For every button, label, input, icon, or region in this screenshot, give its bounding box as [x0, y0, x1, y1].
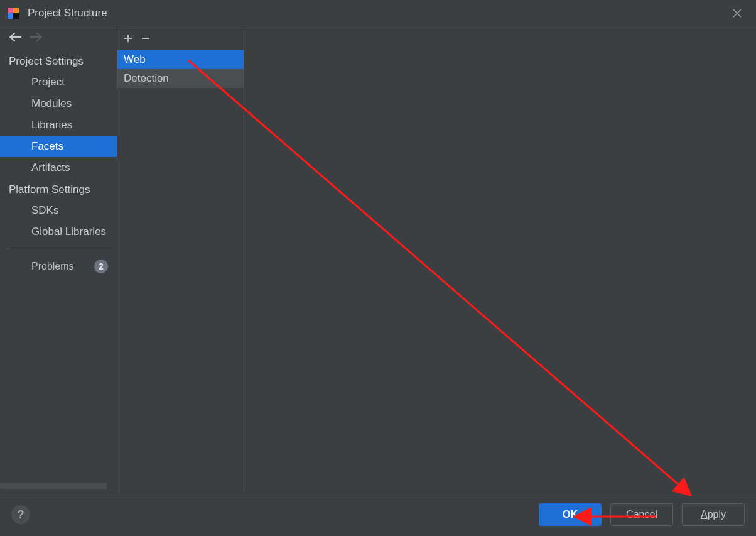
sidebar-item-problems[interactable]: Problems 2 [0, 253, 117, 280]
cancel-button[interactable]: Cancel [610, 503, 673, 526]
sidebar-item-sdks[interactable]: SDKs [0, 200, 117, 221]
back-arrow-icon[interactable] [9, 33, 21, 44]
sidebar-item-facets[interactable]: Facets [0, 136, 117, 157]
ok-button[interactable]: OK [539, 503, 602, 526]
main-content-panel [244, 26, 756, 493]
apply-button-label: Apply [701, 509, 726, 520]
cancel-button-label: Cancel [626, 509, 657, 520]
forward-arrow-icon[interactable] [30, 33, 43, 44]
facet-item-detection[interactable]: Detection [117, 69, 244, 88]
apply-button[interactable]: Apply [682, 503, 745, 526]
sidebar-item-libraries[interactable]: Libraries [0, 114, 117, 136]
sidebar-item-artifacts[interactable]: Artifacts [0, 157, 117, 178]
add-icon[interactable] [124, 31, 132, 46]
facet-toolbar [117, 26, 244, 50]
body-area: Project Settings Project Modules Librari… [0, 26, 756, 493]
close-icon[interactable] [725, 1, 750, 26]
sidebar-item-modules[interactable]: Modules [0, 93, 117, 114]
project-settings-header: Project Settings [0, 50, 117, 72]
sidebar-item-project[interactable]: Project [0, 72, 117, 93]
problems-label: Problems [31, 261, 74, 272]
svg-rect-3 [13, 13, 19, 19]
problems-badge: 2 [94, 260, 108, 273]
svg-rect-0 [8, 8, 13, 13]
facet-item-web[interactable]: Web [117, 50, 244, 69]
titlebar: Project Structure [0, 0, 756, 26]
sidebar: Project Settings Project Modules Librari… [0, 26, 117, 493]
dialog-footer: ? OK Cancel Apply [0, 493, 756, 536]
help-icon[interactable]: ? [11, 505, 30, 524]
sidebar-item-global-libraries[interactable]: Global Libraries [0, 221, 117, 243]
dialog-title: Project Structure [28, 7, 107, 19]
remove-icon[interactable] [141, 31, 150, 46]
sidebar-nav [0, 26, 117, 50]
sidebar-scrollbar[interactable] [0, 483, 107, 489]
svg-rect-2 [8, 13, 13, 19]
sidebar-divider [6, 249, 111, 249]
app-icon [6, 6, 20, 20]
facet-list-panel: Web Detection [117, 26, 244, 493]
ok-button-label: OK [563, 509, 578, 520]
platform-settings-header: Platform Settings [0, 178, 117, 200]
svg-rect-1 [13, 8, 19, 13]
